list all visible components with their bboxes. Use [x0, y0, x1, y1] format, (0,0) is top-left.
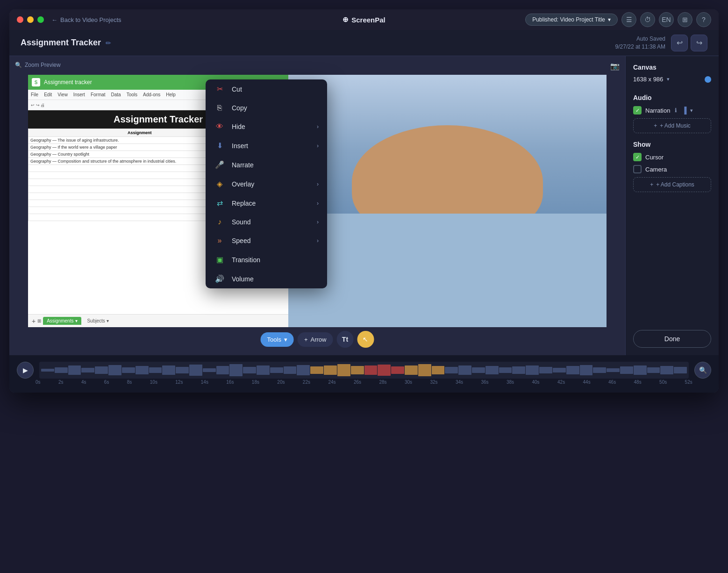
- menu-item-replace[interactable]: ⇄ Replace ›: [206, 193, 327, 213]
- maximize-button[interactable]: [37, 16, 44, 23]
- webcam-video: [288, 75, 607, 327]
- canvas-resolution-row: 1638 x 986 ▾: [633, 76, 711, 83]
- timestamp: 30s: [405, 380, 412, 385]
- play-button[interactable]: ▶: [17, 362, 34, 379]
- edit-title-icon[interactable]: ✏: [106, 39, 111, 47]
- sound-label: Sound: [232, 218, 250, 226]
- logo-icon: ⊕: [343, 15, 349, 24]
- assignments-tab-dropdown: ▾: [75, 318, 78, 323]
- timestamp: 0s: [36, 380, 41, 385]
- app-name-label: ScreenPal: [351, 16, 385, 24]
- history-icon: ⏱: [644, 16, 651, 23]
- cursor-row: ✓ Cursor: [633, 153, 711, 161]
- cursor-tool-button[interactable]: ↖: [357, 331, 374, 348]
- undo-button[interactable]: ↩: [671, 35, 688, 51]
- add-captions-button[interactable]: + + Add Captions: [633, 177, 711, 192]
- waveform-bar: [674, 367, 687, 373]
- waveform-bar: [176, 367, 189, 373]
- hide-icon: 👁: [214, 122, 225, 131]
- waveform-bar: [68, 365, 81, 374]
- tools-button[interactable]: Tools ▾: [261, 332, 294, 347]
- menu-item-sound[interactable]: ♪ Sound ›: [206, 213, 327, 231]
- waveform-bar: [660, 366, 673, 374]
- waveform-bar: [229, 364, 243, 376]
- screenshot-button[interactable]: 📷: [610, 62, 620, 71]
- menu-item-transition[interactable]: ▣ Transition: [206, 250, 327, 269]
- close-button[interactable]: [17, 16, 23, 23]
- project-title: Assignment Tracker: [21, 38, 101, 48]
- timeline-controls: ▶: [9, 361, 719, 380]
- canvas-area: 🔍 Zoom Preview 📷 S Assignment tracker Al…: [9, 56, 625, 355]
- app-body: Assignment Tracker ✏ Auto Saved 9/27/22 …: [9, 30, 719, 393]
- minimize-button[interactable]: [27, 16, 34, 23]
- copy-icon: ⎘: [214, 104, 225, 112]
- play-icon: ▶: [23, 366, 28, 374]
- timestamp: 20s: [277, 380, 285, 385]
- queue-button[interactable]: ☰: [621, 12, 636, 27]
- waveform-bar: [55, 367, 68, 373]
- overlay-icon: ◈: [214, 179, 225, 188]
- search-icon: 🔍: [699, 366, 707, 374]
- help-button[interactable]: ?: [696, 12, 711, 27]
- waveform-bar-red: [391, 366, 404, 374]
- timestamp: 40s: [532, 380, 540, 385]
- add-music-button[interactable]: + + Add Music: [633, 118, 711, 133]
- subjects-tab[interactable]: Subjects ▾: [83, 317, 112, 325]
- waveform-bar: [539, 367, 552, 373]
- text-label: Tt: [342, 336, 348, 343]
- auto-saved-time: 9/27/22 at 11:38 AM: [615, 43, 665, 51]
- back-arrow-icon: ←: [51, 16, 57, 23]
- timeline-track[interactable]: [39, 362, 689, 379]
- timeline-search-button[interactable]: 🔍: [694, 362, 711, 379]
- show-section-title: Show: [633, 141, 711, 148]
- resolution-toggle[interactable]: [705, 76, 711, 83]
- back-button[interactable]: ← Back to Video Projects: [51, 16, 121, 23]
- waveform-bar: [149, 367, 162, 372]
- waveform-bar: [284, 366, 297, 374]
- waveform-bar: [620, 366, 633, 374]
- timestamp: 48s: [634, 380, 642, 385]
- speed-icon: »: [214, 236, 225, 245]
- menu-item-overlay[interactable]: ◈ Overlay ›: [206, 174, 327, 193]
- redo-button[interactable]: ↪: [691, 35, 707, 51]
- arrow-button[interactable]: + Arrow: [298, 332, 333, 347]
- menu-item-volume[interactable]: 🔊 Volume: [206, 269, 327, 288]
- narration-checkbox[interactable]: ✓: [633, 106, 642, 115]
- app-logo: ⊕ ScreenPal: [343, 15, 385, 24]
- menu-item-speed[interactable]: » Speed ›: [206, 231, 327, 250]
- main-window: ← Back to Video Projects ⊕ ScreenPal Pub…: [9, 9, 719, 393]
- menu-item-copy[interactable]: ⎘ Copy: [206, 99, 327, 117]
- tools-label: Tools: [267, 336, 281, 343]
- undo-redo-group: ↩ ↪: [671, 35, 707, 51]
- camera-checkbox[interactable]: [633, 165, 642, 173]
- history-button[interactable]: ⏱: [640, 12, 655, 27]
- menu-item-cut[interactable]: ✂ Cut: [206, 79, 327, 99]
- insert-label: Insert: [232, 142, 248, 150]
- menu-item-narrate[interactable]: 🎤 Narrate: [206, 155, 327, 174]
- transition-label: Transition: [232, 256, 260, 264]
- spreadsheet-title: Assignment tracker: [44, 79, 92, 86]
- text-button[interactable]: Tt: [336, 331, 353, 348]
- waveform-bar-highlight: [432, 366, 445, 374]
- timestamp: 28s: [379, 380, 386, 385]
- assignments-tab[interactable]: Assignments ▾: [43, 317, 81, 325]
- timestamp: 14s: [201, 380, 208, 385]
- timeline: ▶: [9, 355, 719, 393]
- menu-item-insert[interactable]: ⬇ Insert ›: [206, 136, 327, 155]
- waveform-bar: [257, 365, 270, 374]
- sound-icon: ♪: [214, 218, 225, 226]
- timestamp: 6s: [104, 380, 109, 385]
- camera-row: Camera: [633, 165, 711, 173]
- menu-item-hide[interactable]: 👁 Hide ›: [206, 117, 327, 136]
- insert-icon: ⬇: [214, 141, 225, 150]
- cursor-checkbox[interactable]: ✓: [633, 153, 642, 161]
- waveform-bar-highlight: [351, 366, 364, 374]
- layers-button[interactable]: ⊞: [678, 12, 692, 27]
- done-button[interactable]: Done: [633, 330, 711, 348]
- replace-arrow-icon: ›: [317, 200, 319, 207]
- language-button[interactable]: EN: [659, 12, 674, 27]
- waveform-bar: [593, 367, 606, 373]
- publish-button[interactable]: Published: Video Project Title ▾: [525, 14, 618, 26]
- waveform-bar: [472, 367, 485, 373]
- add-sheet-button[interactable]: +: [32, 317, 36, 325]
